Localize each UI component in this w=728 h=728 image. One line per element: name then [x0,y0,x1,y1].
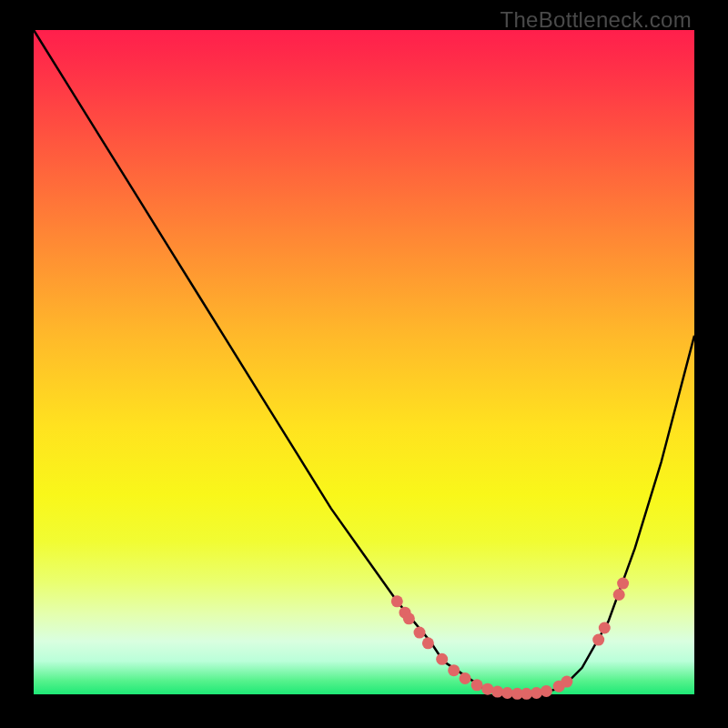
chart-container: TheBottleneck.com [0,0,728,728]
marker-group [391,578,629,700]
data-marker [471,679,483,691]
data-marker [613,589,625,601]
data-marker [541,685,552,697]
watermark-text: TheBottleneck.com [500,7,692,33]
data-marker [414,627,426,639]
data-marker [481,683,493,695]
data-marker [531,687,542,699]
data-marker [422,637,434,649]
chart-area [34,30,694,694]
data-marker [617,578,629,590]
data-marker [599,622,611,634]
data-marker [391,595,403,607]
data-marker [403,612,415,624]
data-marker [592,634,604,646]
data-marker [561,676,572,688]
data-marker [436,653,448,665]
data-marker [460,672,471,684]
curve-overlay [34,30,694,694]
data-marker [448,664,460,676]
main-curve [34,30,694,694]
